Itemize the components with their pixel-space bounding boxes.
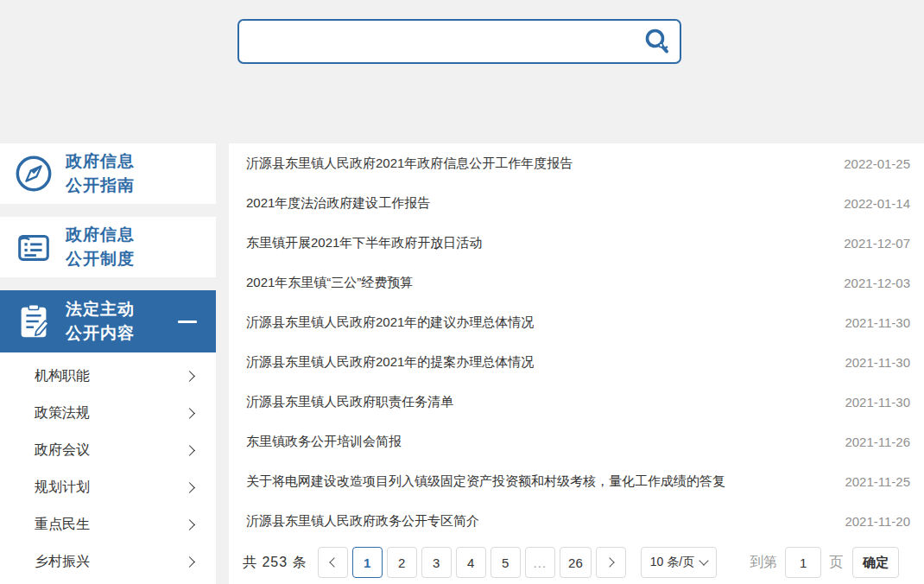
sidebar-item-label: 政府信息公开制度 — [66, 223, 135, 272]
article-title[interactable]: 东里镇开展2021年下半年政府开放日活动 — [243, 235, 482, 251]
list-item[interactable]: 2021年东里镇“三公”经费预算2021-12-03 — [243, 263, 910, 302]
sidebar: 政府信息公开指南政府信息公开制度法定主动公开内容 机构职能政策法规政府会议规划计… — [0, 143, 216, 584]
article-date: 2021-11-26 — [831, 435, 910, 449]
page-size-value: 10 条/页 — [650, 555, 694, 570]
chevron-right-icon — [184, 408, 195, 419]
page-button-2[interactable]: 2 — [387, 547, 417, 578]
article-title[interactable]: 关于将电网建设改造项目列入镇级固定资产投资额和村级考核，量化工作成绩的答复 — [243, 473, 725, 490]
article-date: 2021-11-25 — [831, 474, 910, 489]
list-item[interactable]: 关于将电网建设改造项目列入镇级固定资产投资额和村级考核，量化工作成绩的答复202… — [243, 461, 910, 501]
sidebar-submenu: 机构职能政策法规政府会议规划计划重点民生乡村振兴 — [0, 352, 216, 584]
submenu-item-2[interactable]: 政策法规 — [0, 395, 216, 432]
next-page-button[interactable] — [596, 547, 626, 578]
pagination: 共 253 条 12345...26 10 条/页 到第 页 确定 — [243, 547, 910, 578]
article-date: 2022-01-14 — [830, 196, 910, 211]
prev-page-button[interactable] — [318, 547, 348, 578]
article-title[interactable]: 沂源县东里镇人民政府2021年政府信息公开工作年度报告 — [243, 156, 573, 172]
notebook-icon — [14, 227, 54, 267]
submenu-item-label: 重点民生 — [35, 516, 90, 534]
submenu-item-3[interactable]: 政府会议 — [0, 432, 216, 469]
compass-icon — [14, 154, 54, 194]
sidebar-item-3[interactable]: 法定主动公开内容 — [0, 290, 216, 352]
list-item[interactable]: 东里镇开展2021年下半年政府开放日活动2021-12-07 — [243, 223, 910, 263]
total-count: 共 253 条 — [243, 554, 307, 572]
list-item[interactable]: 沂源县东里镇人民政府职责任务清单2021-11-30 — [243, 382, 910, 422]
goto-prefix-label: 到第 — [750, 554, 777, 572]
article-title[interactable]: 沂源县东里镇人民政府职责任务清单 — [243, 394, 453, 410]
submenu-item-label: 机构职能 — [35, 367, 90, 385]
sidebar-item-1[interactable]: 政府信息公开指南 — [0, 143, 216, 204]
article-date: 2022-01-25 — [830, 156, 910, 171]
article-date: 2021-12-07 — [830, 236, 910, 251]
page: 政府信息公开指南政府信息公开制度法定主动公开内容 机构职能政策法规政府会议规划计… — [0, 0, 924, 584]
article-date: 2021-11-30 — [831, 315, 910, 330]
article-date: 2021-11-30 — [831, 395, 910, 409]
chevron-right-icon — [184, 519, 195, 530]
submenu-item-label: 规划计划 — [35, 479, 90, 497]
article-title[interactable]: 沂源县东里镇人民政府2021年的建议办理总体情况 — [243, 314, 534, 331]
search-icon — [642, 27, 672, 56]
chevron-right-icon — [184, 371, 195, 382]
chevron-right-icon — [604, 557, 614, 567]
list-item[interactable]: 2021年度法治政府建设工作报告2022-01-14 — [243, 183, 910, 223]
page-ellipsis-button[interactable]: ... — [525, 547, 556, 578]
search-button[interactable] — [635, 21, 680, 62]
list-item[interactable]: 沂源县东里镇人民政府政务公开专区简介2021-11-20 — [243, 501, 910, 541]
sidebar-item-label: 法定主动公开内容 — [66, 297, 135, 346]
page-button-4[interactable]: 4 — [456, 547, 486, 578]
chevron-right-icon — [184, 445, 195, 456]
list-item[interactable]: 沂源县东里镇人民政府2021年的提案办理总体情况2021-11-30 — [243, 342, 910, 382]
article-title[interactable]: 东里镇政务公开培训会简报 — [243, 434, 402, 450]
page-button-1[interactable]: 1 — [352, 547, 383, 578]
article-date: 2021-12-03 — [830, 276, 910, 290]
article-title[interactable]: 沂源县东里镇人民政府2021年的提案办理总体情况 — [243, 354, 534, 371]
list-item[interactable]: 沂源县东里镇人民政府2021年政府信息公开工作年度报告2022-01-25 — [243, 143, 910, 183]
page-button-3[interactable]: 3 — [421, 547, 452, 578]
page-button-5[interactable]: 5 — [490, 547, 521, 578]
chevron-left-icon — [329, 557, 339, 567]
page-button-26[interactable]: 26 — [560, 547, 592, 578]
clipboard-pencil-icon — [14, 302, 54, 341]
submenu-item-1[interactable]: 机构职能 — [0, 358, 216, 395]
submenu-item-label: 政府会议 — [35, 441, 90, 460]
submenu-item-5[interactable]: 重点民生 — [0, 506, 216, 543]
goto-page-input[interactable] — [785, 547, 821, 578]
article-panel: 沂源县东里镇人民政府2021年政府信息公开工作年度报告2022-01-25202… — [229, 143, 924, 584]
search-input[interactable] — [239, 21, 635, 62]
list-item[interactable]: 东里镇政务公开培训会简报2021-11-26 — [243, 422, 910, 461]
article-title[interactable]: 2021年东里镇“三公”经费预算 — [243, 275, 413, 291]
article-date: 2021-11-30 — [831, 355, 910, 370]
list-item[interactable]: 沂源县东里镇人民政府2021年的建议办理总体情况2021-11-30 — [243, 302, 910, 342]
submenu-item-label: 政策法规 — [35, 404, 90, 422]
chevron-down-icon — [699, 555, 708, 565]
confirm-button[interactable]: 确定 — [852, 547, 899, 578]
goto-suffix-label: 页 — [829, 554, 843, 572]
article-date: 2021-11-20 — [831, 514, 910, 529]
article-list: 沂源县东里镇人民政府2021年政府信息公开工作年度报告2022-01-25202… — [243, 143, 910, 541]
chevron-right-icon — [184, 482, 195, 493]
minus-icon — [178, 321, 197, 323]
sidebar-item-2[interactable]: 政府信息公开制度 — [0, 217, 216, 277]
submenu-item-4[interactable]: 规划计划 — [0, 469, 216, 506]
submenu-item-6[interactable]: 乡村振兴 — [0, 543, 216, 581]
sidebar-item-label: 政府信息公开指南 — [66, 149, 135, 199]
article-title[interactable]: 沂源县东里镇人民政府政务公开专区简介 — [243, 513, 479, 530]
article-title[interactable]: 2021年度法治政府建设工作报告 — [243, 195, 430, 212]
search-section — [0, 0, 924, 143]
chevron-right-icon — [184, 556, 195, 568]
search-box — [237, 19, 681, 64]
submenu-item-label: 乡村振兴 — [35, 553, 90, 571]
page-size-select[interactable]: 10 条/页 — [641, 547, 717, 578]
